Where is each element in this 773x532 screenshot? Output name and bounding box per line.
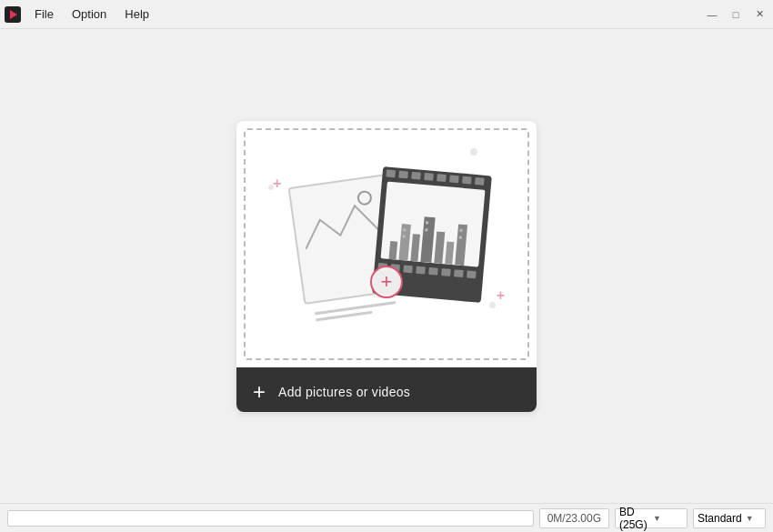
illustration: + [286,162,487,326]
photo-lines [315,301,397,321]
svg-rect-6 [434,231,445,264]
svg-rect-14 [459,236,462,239]
window-controls: — □ ✕ [702,5,769,25]
maximize-button[interactable]: □ [726,5,746,25]
svg-rect-13 [459,229,462,232]
deco-dot [489,302,496,308]
close-button[interactable]: ✕ [749,5,769,25]
drop-area[interactable]: + + [244,128,529,360]
svg-rect-12 [425,228,427,231]
film-frame [381,181,486,266]
add-media-button[interactable]: + Add pictures or videos [236,367,537,412]
svg-rect-2 [388,241,397,260]
progress-bar [7,510,534,527]
svg-rect-10 [403,235,406,237]
add-media-label: Add pictures or videos [278,385,410,399]
disc-type-label: BD (25G) [619,506,649,531]
status-bar: 0M/23.00G BD (25G) ▼ Standard ▼ [0,503,773,532]
chevron-down-icon: ▼ [653,514,683,523]
svg-rect-9 [403,228,406,231]
svg-rect-11 [426,221,428,224]
menu-option[interactable]: Option [63,4,115,25]
svg-rect-7 [445,241,454,265]
minimize-button[interactable]: — [702,5,722,25]
size-label: 0M/23.00G [539,508,609,528]
deco-plus-icon: + [497,287,505,304]
disc-type-select[interactable]: BD (25G) ▼ [615,508,688,528]
drop-zone[interactable]: + + [236,121,537,412]
menu-bar: File Option Help [25,4,702,25]
deco-plus-icon: + [273,176,281,192]
main-content: + + [0,29,773,503]
menu-help[interactable]: Help [115,4,158,25]
app-icon [4,5,22,24]
add-plus-icon: + [253,381,266,403]
title-bar: File Option Help — □ ✕ [0,0,773,29]
city-skyline-icon [384,196,480,266]
chevron-down-icon: ▼ [746,514,761,523]
deco-dot [470,148,477,156]
quality-select[interactable]: Standard ▼ [693,508,766,528]
svg-rect-4 [410,234,420,262]
add-media-circle-button[interactable]: + [370,266,403,298]
menu-file[interactable]: File [25,4,63,25]
mountain-icon [299,193,386,249]
quality-label: Standard [698,512,742,525]
